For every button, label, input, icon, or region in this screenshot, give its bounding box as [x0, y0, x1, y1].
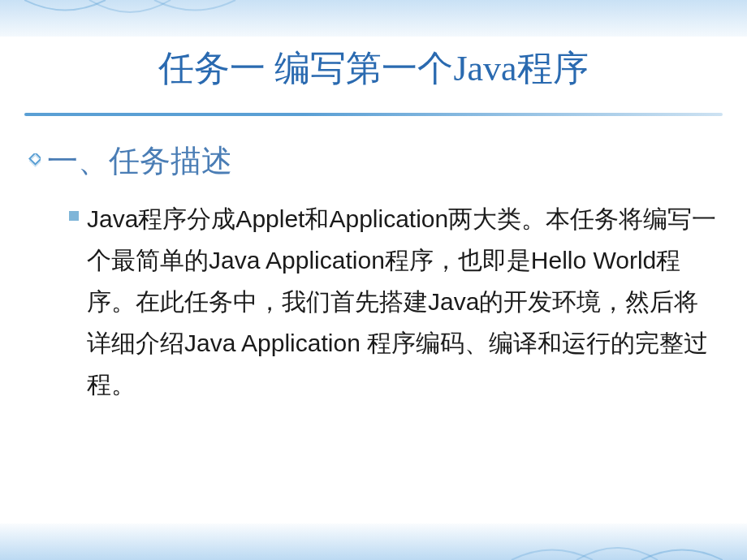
body-content: Java程序分成Applet和Application两大类。本任务将编写一个最简… [24, 198, 723, 405]
body-paragraph: Java程序分成Applet和Application两大类。本任务将编写一个最简… [87, 198, 723, 405]
body-item: Java程序分成Applet和Application两大类。本任务将编写一个最简… [69, 198, 723, 405]
section-heading-row: 一、任务描述 [24, 140, 723, 182]
diamond-bullet-icon [24, 153, 41, 170]
slide-container: 任务一 编写第一个Java程序 一、任务描述 Java程序分成Applet和Ap… [0, 0, 747, 560]
square-bullet-icon [69, 211, 79, 221]
section-heading-text: 一、任务描述 [47, 140, 232, 182]
slide-title: 任务一 编写第一个Java程序 [0, 32, 747, 105]
bottom-decoration [0, 523, 747, 560]
title-underline [24, 113, 723, 116]
bottom-arc-decoration [398, 523, 723, 560]
slide-content: 一、任务描述 Java程序分成Applet和Application两大类。本任务… [0, 140, 747, 405]
